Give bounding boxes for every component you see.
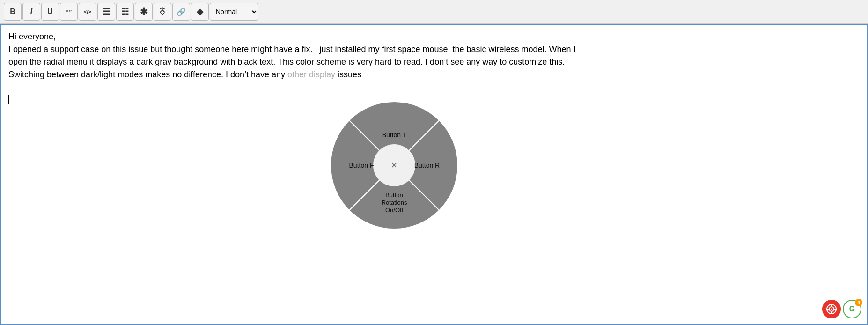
editor-text: Hi everyone, I opened a support case on … xyxy=(8,30,860,106)
editor-line-4: Switching between dark/light modes makes… xyxy=(8,68,860,81)
list-unordered-button[interactable]: ☰ xyxy=(97,3,115,21)
bottom-icons: G 4 xyxy=(822,300,861,318)
svg-point-15 xyxy=(831,309,832,310)
bold-button[interactable]: B xyxy=(4,3,22,21)
grammarly-label: G xyxy=(849,303,855,315)
editor-line-1: Hi everyone, xyxy=(8,30,860,43)
image-button[interactable]: ⛣ xyxy=(154,3,171,21)
svg-text:×: × xyxy=(391,159,397,171)
link-button[interactable]: 🔗 xyxy=(172,3,190,21)
list-ordered-button[interactable]: ☷ xyxy=(116,3,134,21)
badge-count: 4 xyxy=(855,299,862,306)
target-svg xyxy=(826,303,837,315)
paint-button[interactable]: ◆ xyxy=(191,3,209,21)
text-cursor xyxy=(8,95,9,104)
svg-text:Button R: Button R xyxy=(414,162,440,169)
editor-area[interactable]: Hi everyone, I opened a support case on … xyxy=(0,24,868,325)
toolbar: B I U “” </> ☰ ☷ ✱ ⛣ 🔗 ◆ Normal Heading … xyxy=(0,0,868,24)
svg-text:On/Off: On/Off xyxy=(385,207,403,214)
asterisk-button[interactable]: ✱ xyxy=(135,3,153,21)
editor-line-3: open the radial menu it displays a dark … xyxy=(8,56,860,68)
grammarly-icon[interactable]: G 4 xyxy=(843,300,861,318)
radial-menu[interactable]: × Button T Button R Button Rotations On/… xyxy=(329,100,460,231)
faded-text: other display xyxy=(287,70,335,79)
underline-button[interactable]: U xyxy=(41,3,59,21)
italic-button[interactable]: I xyxy=(22,3,40,21)
svg-text:Button: Button xyxy=(385,192,403,199)
code-button[interactable]: </> xyxy=(79,3,96,21)
svg-text:Rotations: Rotations xyxy=(382,199,407,206)
editor-line-2: I opened a support case on this issue bu… xyxy=(8,43,860,56)
svg-text:Button T: Button T xyxy=(382,131,407,139)
blockquote-button[interactable]: “” xyxy=(60,3,78,21)
radial-svg: × Button T Button R Button Rotations On/… xyxy=(329,100,460,231)
format-select[interactable]: Normal Heading 1 Heading 2 Heading 3 Par… xyxy=(210,3,258,21)
svg-text:Button F: Button F xyxy=(349,162,374,169)
target-icon[interactable] xyxy=(822,300,841,318)
